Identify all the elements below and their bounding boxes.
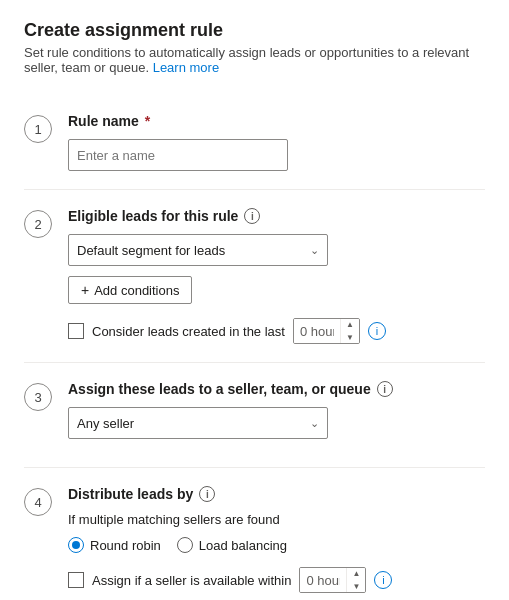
rule-name-input[interactable]	[68, 139, 288, 171]
assign-hours-up-button[interactable]: ▲	[347, 567, 365, 580]
section-label-1: Rule name *	[68, 113, 485, 129]
add-conditions-button[interactable]: + Add conditions	[68, 276, 192, 304]
assign-available-checkbox[interactable]	[68, 572, 84, 588]
section-distribute: 4 Distribute leads by i If multiple matc…	[24, 468, 485, 600]
section-number-2: 2	[24, 210, 52, 238]
seller-select-value: Any seller	[77, 416, 134, 431]
section-content-4: Distribute leads by i If multiple matchi…	[68, 486, 485, 600]
round-robin-radio-inner	[72, 541, 80, 549]
hours-input-wrap: ▲ ▼	[293, 318, 360, 344]
section-label-2: Eligible leads for this rule i	[68, 208, 485, 224]
section-content-1: Rule name *	[68, 113, 485, 171]
section-eligible-leads: 2 Eligible leads for this rule i Default…	[24, 190, 485, 363]
section-content-3: Assign these leads to a seller, team, or…	[68, 381, 485, 449]
consider-hours-info-icon[interactable]: i	[368, 322, 386, 340]
assign-seller-label: Assign these leads to a seller, team, or…	[68, 381, 371, 397]
round-robin-label: Round robin	[90, 538, 161, 553]
seller-chevron-icon: ⌄	[310, 417, 319, 430]
segment-select[interactable]: Default segment for leads ⌄	[68, 234, 328, 266]
distribution-radio-group: Round robin Load balancing	[68, 537, 485, 553]
required-star: *	[145, 113, 150, 129]
consider-leads-label: Consider leads created in the last	[92, 324, 285, 339]
round-robin-radio[interactable]: Round robin	[68, 537, 161, 553]
segment-select-value: Default segment for leads	[77, 243, 225, 258]
distribute-label: Distribute leads by	[68, 486, 193, 502]
round-robin-radio-outer	[68, 537, 84, 553]
eligible-leads-info-icon[interactable]: i	[244, 208, 260, 224]
section-label-3: Assign these leads to a seller, team, or…	[68, 381, 485, 397]
plus-icon: +	[81, 282, 89, 298]
section-rule-name: 1 Rule name *	[24, 95, 485, 190]
page-title: Create assignment rule	[24, 20, 485, 41]
seller-select[interactable]: Any seller ⌄	[68, 407, 328, 439]
section-content-2: Eligible leads for this rule i Default s…	[68, 208, 485, 344]
consider-leads-row: Consider leads created in the last ▲ ▼ i	[68, 318, 485, 344]
distribute-subtitle: If multiple matching sellers are found	[68, 512, 485, 527]
section-assign-seller: 3 Assign these leads to a seller, team, …	[24, 363, 485, 468]
section-number-4: 4	[24, 488, 52, 516]
rule-name-label: Rule name	[68, 113, 139, 129]
section-number-1: 1	[24, 115, 52, 143]
eligible-leads-label: Eligible leads for this rule	[68, 208, 238, 224]
assign-available-label: Assign if a seller is available within	[92, 573, 291, 588]
assign-hours-input[interactable]	[300, 568, 346, 592]
subtitle-text: Set rule conditions to automatically ass…	[24, 45, 469, 75]
section-number-3: 3	[24, 383, 52, 411]
assign-hours-down-button[interactable]: ▼	[347, 580, 365, 593]
load-balancing-radio-outer	[177, 537, 193, 553]
assign-seller-info-icon[interactable]: i	[377, 381, 393, 397]
hours-down-button[interactable]: ▼	[341, 331, 359, 344]
assign-hours-spinners: ▲ ▼	[346, 567, 365, 593]
distribute-info-icon[interactable]: i	[199, 486, 215, 502]
add-conditions-label: Add conditions	[94, 283, 179, 298]
learn-more-link[interactable]: Learn more	[153, 60, 219, 75]
hours-spinners: ▲ ▼	[340, 318, 359, 344]
assign-available-row: Assign if a seller is available within ▲…	[68, 567, 485, 593]
section-label-4: Distribute leads by i	[68, 486, 485, 502]
segment-chevron-icon: ⌄	[310, 244, 319, 257]
assign-hours-input-wrap: ▲ ▼	[299, 567, 366, 593]
assign-hours-info-icon[interactable]: i	[374, 571, 392, 589]
hours-up-button[interactable]: ▲	[341, 318, 359, 331]
consider-leads-checkbox[interactable]	[68, 323, 84, 339]
page-subtitle: Set rule conditions to automatically ass…	[24, 45, 485, 75]
load-balancing-radio[interactable]: Load balancing	[177, 537, 287, 553]
load-balancing-label: Load balancing	[199, 538, 287, 553]
consider-hours-input[interactable]	[294, 319, 340, 343]
